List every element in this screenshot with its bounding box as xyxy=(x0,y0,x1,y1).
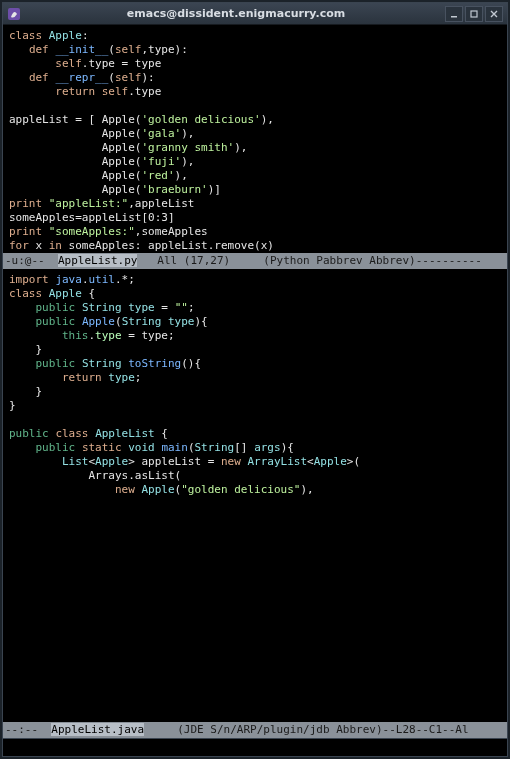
window-title: emacs@dissident.enigmacurry.com xyxy=(27,7,445,20)
svg-rect-1 xyxy=(451,16,457,18)
modeline-pos: All (17,27) xyxy=(137,254,263,267)
maximize-button[interactable] xyxy=(465,6,483,22)
close-button[interactable] xyxy=(485,6,503,22)
buffer-name: AppleList.py xyxy=(58,254,137,267)
modeline-java[interactable]: --:-- AppleList.java (JDE S/n/ARP/plugin… xyxy=(3,722,507,738)
emacs-window: emacs@dissident.enigmacurry.com class Ap… xyxy=(2,2,508,757)
modeline-left: --:-- xyxy=(5,723,51,736)
modeline-fill: ---------- xyxy=(416,254,482,267)
modeline-left: -u:@-- xyxy=(5,254,58,267)
modeline-mode: (JDE S/n/ARP/plugin/jdb Abbrev) xyxy=(177,723,382,736)
empty-space xyxy=(3,498,507,722)
window-controls xyxy=(445,6,503,22)
modeline-python[interactable]: -u:@-- AppleList.py All (17,27) (Python … xyxy=(3,253,507,269)
editor-area: class Apple: def __init__(self,type): se… xyxy=(3,25,507,253)
python-pane[interactable]: class Apple: def __init__(self,type): se… xyxy=(9,29,501,253)
modeline-mode: (Python Pabbrev Abbrev) xyxy=(263,254,415,267)
minimize-button[interactable] xyxy=(445,6,463,22)
app-icon xyxy=(7,7,21,21)
modeline-fill: --L28--C1--Al xyxy=(383,723,469,736)
titlebar[interactable]: emacs@dissident.enigmacurry.com xyxy=(3,3,507,25)
java-pane[interactable]: import java.util.*;class Apple { public … xyxy=(9,273,501,497)
buffer-name: AppleList.java xyxy=(51,723,144,736)
svg-rect-2 xyxy=(471,11,477,17)
editor-area-2: import java.util.*;class Apple { public … xyxy=(3,269,507,497)
minibuffer[interactable] xyxy=(3,738,507,756)
modeline-mid xyxy=(144,723,177,736)
